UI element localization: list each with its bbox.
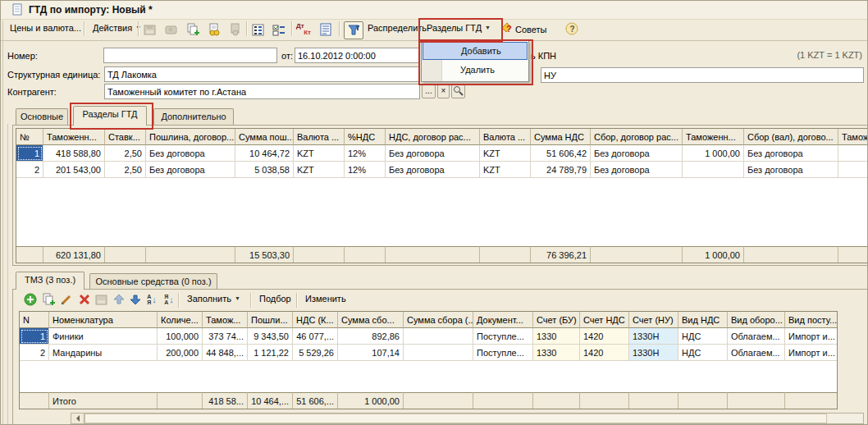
- lookup-button[interactable]: ...: [422, 85, 436, 98]
- table-cell[interactable]: 5 038,58: [235, 162, 294, 178]
- column-header[interactable]: Сумма сбо...: [338, 312, 404, 328]
- column-header[interactable]: Таможенн...: [43, 129, 105, 145]
- scrollbar-thumb[interactable]: [85, 414, 827, 423]
- column-header[interactable]: №: [16, 129, 43, 145]
- end-edit-icon[interactable]: [94, 292, 110, 307]
- table-cell[interactable]: Импорт и...: [785, 345, 838, 361]
- row-number-cell[interactable]: 1: [16, 145, 43, 162]
- tab-tmz[interactable]: ТМЗ (3 поз.): [16, 272, 85, 290]
- column-header[interactable]: Документ...: [473, 312, 533, 328]
- structural-unit-input[interactable]: [104, 66, 420, 82]
- table-cell[interactable]: 107,14: [338, 345, 404, 361]
- nu-input[interactable]: [541, 67, 864, 83]
- add-row-icon[interactable]: [22, 292, 39, 307]
- clear-button[interactable]: ×: [437, 85, 450, 98]
- table-cell[interactable]: 51 606,42: [531, 145, 591, 162]
- table-cell[interactable]: 373 74...: [203, 328, 248, 345]
- column-header[interactable]: Счет НДС: [580, 312, 629, 328]
- row-number-cell[interactable]: 2: [16, 162, 43, 178]
- table-cell[interactable]: НДС: [678, 328, 728, 345]
- table-cell[interactable]: 1 121,22: [248, 345, 293, 361]
- copy-add-icon[interactable]: [185, 22, 201, 37]
- edit-row-icon[interactable]: [58, 292, 75, 307]
- column-header[interactable]: Вид посту...: [785, 312, 838, 328]
- table-cell[interactable]: Облагаем...: [728, 328, 785, 345]
- find-icon[interactable]: [163, 22, 180, 37]
- table-cell[interactable]: 1 000,00: [683, 145, 744, 162]
- tab-gtd-sections[interactable]: Разделы ГТД: [73, 106, 147, 126]
- table-cell[interactable]: Импорт и...: [785, 328, 838, 345]
- table-cell[interactable]: 100,000: [158, 328, 203, 345]
- table-cell[interactable]: 12%: [345, 145, 386, 162]
- gtd-sections-button[interactable]: Разделы ГТД▼: [422, 21, 496, 35]
- table-cell[interactable]: 46 077,...: [293, 328, 338, 345]
- table-cell[interactable]: Без договора: [386, 145, 480, 162]
- scroll-left-icon[interactable]: [71, 414, 85, 423]
- table-empty-area[interactable]: [20, 361, 837, 392]
- row-number-cell[interactable]: 2: [20, 345, 49, 361]
- column-header[interactable]: Ставк...: [105, 129, 146, 145]
- table-cell[interactable]: Облагаем...: [728, 345, 785, 361]
- table-cell[interactable]: НДС: [678, 345, 728, 361]
- save-icon[interactable]: [142, 22, 158, 37]
- number-input[interactable]: [103, 48, 277, 63]
- table-cell[interactable]: 44 848,...: [203, 345, 248, 361]
- column-header[interactable]: Сбор (вал), догово...: [744, 129, 838, 145]
- table-cell[interactable]: 201 543,00: [43, 162, 105, 178]
- column-header[interactable]: Номенклатура: [49, 312, 158, 328]
- sort-asc-icon[interactable]: АЯ↓: [144, 292, 160, 307]
- table-cell[interactable]: 2,50: [105, 145, 146, 162]
- table-cell[interactable]: [838, 145, 868, 162]
- search-icon[interactable]: [451, 85, 465, 98]
- table-cell[interactable]: 1420: [580, 328, 629, 345]
- checkbox-list-icon[interactable]: [271, 22, 287, 37]
- table-cell[interactable]: KZT: [294, 145, 345, 162]
- unpost-document-icon[interactable]: [227, 22, 244, 37]
- column-header[interactable]: Сумма НДС: [531, 129, 591, 145]
- table-cell[interactable]: 892,86: [338, 328, 404, 345]
- horizontal-scrollbar[interactable]: [71, 413, 864, 424]
- table-cell[interactable]: 200,000: [158, 345, 203, 361]
- table-empty-area[interactable]: [16, 178, 868, 246]
- column-header[interactable]: Счет (НУ): [629, 312, 678, 328]
- table-cell[interactable]: KZT: [480, 145, 531, 162]
- column-header[interactable]: Счет (БУ): [533, 312, 580, 328]
- list-icon[interactable]: [250, 22, 267, 37]
- table-cell[interactable]: Поступле...: [473, 328, 533, 345]
- table-cell[interactable]: 1420: [580, 345, 629, 361]
- column-header[interactable]: Вид оборо...: [728, 312, 785, 328]
- row-number-cell[interactable]: 1: [20, 328, 49, 345]
- table-cell[interactable]: Без договора: [744, 162, 838, 178]
- fill-button[interactable]: Заполнить▼: [182, 291, 245, 306]
- table-cell[interactable]: 1330: [533, 328, 580, 345]
- column-header[interactable]: Валюта ...: [294, 129, 345, 145]
- pick-button[interactable]: Подбор: [254, 291, 296, 306]
- table-cell[interactable]: 1330: [533, 345, 580, 361]
- tab-additional[interactable]: Дополнительно: [153, 108, 234, 126]
- delete-row-icon[interactable]: [76, 292, 93, 307]
- table-cell[interactable]: Финики: [49, 328, 158, 345]
- table-cell[interactable]: 12%: [345, 162, 386, 178]
- table-cell[interactable]: 24 789,79: [531, 162, 591, 178]
- column-header[interactable]: Таможенн...: [683, 129, 744, 145]
- table-cell[interactable]: Поступле...: [473, 345, 533, 361]
- table-cell[interactable]: 1330Н: [629, 345, 678, 361]
- table-cell[interactable]: 2,50: [105, 162, 146, 178]
- column-header[interactable]: %НДС: [345, 129, 386, 145]
- copy-row-icon[interactable]: [40, 292, 57, 307]
- table-cell[interactable]: [683, 162, 744, 178]
- move-down-icon[interactable]: [127, 292, 144, 307]
- column-header[interactable]: НДС, договор рас...: [386, 129, 480, 145]
- table-cell[interactable]: Без договора: [591, 145, 683, 162]
- menu-item-delete[interactable]: Удалить: [423, 61, 528, 79]
- column-header[interactable]: Валюта ...: [480, 129, 531, 145]
- table-cell[interactable]: Без договора: [386, 162, 480, 178]
- sort-desc-icon[interactable]: ЯА↓: [161, 292, 177, 307]
- dt-kt-postings-icon[interactable]: ДтКт: [295, 22, 312, 37]
- table-cell[interactable]: Мандарины: [49, 345, 158, 361]
- column-header[interactable]: Пошлина, договор...: [146, 129, 235, 145]
- table-cell[interactable]: KZT: [480, 162, 531, 178]
- date-input[interactable]: [295, 48, 420, 63]
- table-cell[interactable]: [404, 328, 473, 345]
- column-header[interactable]: N: [20, 312, 49, 328]
